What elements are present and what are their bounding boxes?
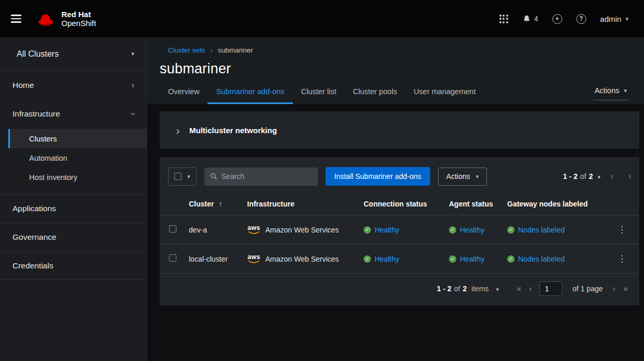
tab-submariner-add-ons[interactable]: Submariner add-ons [208, 83, 292, 104]
nav-label: Credentials [12, 261, 53, 270]
sidebar-item-applications[interactable]: Applications [0, 194, 147, 223]
infrastructure-cell: aws Amazon Web Services [247, 225, 351, 235]
gateway-nodes-link[interactable]: Nodes labeled [518, 255, 565, 263]
previous-page-button[interactable]: ‹ [529, 285, 532, 293]
nav-label: Automation [29, 154, 67, 162]
agent-status-cell: ✓ Healthy [449, 226, 495, 234]
chevron-right-icon: › [132, 81, 134, 89]
tab-user-management[interactable]: User management [405, 83, 484, 104]
page-actions-dropdown[interactable]: Actions ▾ [593, 86, 628, 100]
cluster-name-cell: dev-a [183, 215, 241, 244]
quick-create-button[interactable]: + [552, 14, 562, 24]
chevron-down-icon: › [128, 112, 137, 115]
expand-chevron-right-icon[interactable]: › [173, 125, 183, 136]
pagination-top-menu-toggle[interactable]: 1 - 2of2▾ [563, 172, 600, 180]
sidebar-item-automation[interactable]: Automation [8, 148, 147, 167]
next-page-button[interactable]: › [628, 172, 631, 180]
pagination-bottom-menu-toggle[interactable]: 1 - 2of2 items▾ [437, 285, 499, 293]
infrastructure-subnav: Clusters Automation Host inventory [0, 128, 147, 194]
masthead-toolbar: 4 + ? admin ▾ [499, 14, 644, 24]
main-content: Cluster sets › submariner submariner Ove… [147, 37, 644, 361]
breadcrumb: Cluster sets › submariner [168, 46, 632, 54]
tab-cluster-list[interactable]: Cluster list [293, 83, 345, 104]
select-column-header [160, 193, 183, 215]
cluster-selector-dropdown[interactable]: All Clusters ▾ [0, 37, 147, 71]
search-box [204, 167, 318, 186]
aws-icon: aws [247, 225, 261, 235]
previous-page-button[interactable]: ‹ [611, 172, 613, 180]
app-launcher-grid-icon [499, 15, 508, 23]
gateway-nodes-link[interactable]: Nodes labeled [518, 226, 565, 234]
bulk-select-checkbox[interactable] [174, 173, 182, 180]
bulk-select-dropdown[interactable]: ▾ [168, 167, 197, 186]
table-row: dev-a aws Amazon Web Services [160, 215, 639, 244]
sidebar-item-governance[interactable]: Governance [0, 223, 147, 251]
connection-status-link[interactable]: Healthy [375, 255, 399, 263]
cluster-selector-label: All Clusters [17, 49, 59, 59]
caret-down-icon: ▾ [625, 16, 628, 22]
column-header-infrastructure: Infrastructure [241, 193, 357, 215]
nav-toggle-hamburger-icon[interactable] [11, 15, 21, 23]
sidebar-item-infrastructure[interactable]: Infrastructure › [0, 99, 147, 128]
caret-down-icon: ▾ [598, 174, 601, 180]
column-header-cluster[interactable]: Cluster↑ [183, 193, 241, 215]
current-page-input[interactable] [539, 281, 562, 296]
row-kebab-menu-icon[interactable]: ⋮ [614, 252, 630, 265]
sidebar-item-clusters[interactable]: Clusters [8, 129, 147, 148]
addons-table: Cluster↑ Infrastructure Connection statu… [160, 193, 639, 274]
page-header: Cluster sets › submariner submariner Ove… [147, 37, 644, 104]
nav-label: Infrastructure [12, 109, 60, 119]
connection-status-cell: ✓ Healthy [364, 226, 436, 234]
check-circle-icon: ✓ [449, 226, 456, 234]
sidebar-item-home[interactable]: Home › [0, 71, 147, 99]
user-menu-dropdown[interactable]: admin ▾ [600, 15, 628, 23]
sidebar-item-credentials[interactable]: Credentials [0, 251, 147, 280]
row-checkbox[interactable] [169, 225, 176, 233]
brand-line1: Red Hat [61, 10, 96, 19]
multicluster-networking-card: › Multicluster networking [160, 111, 639, 149]
sidebar-item-host-inventory[interactable]: Host inventory [8, 167, 147, 187]
connection-status-cell: ✓ Healthy [364, 255, 436, 263]
infrastructure-cell: aws Amazon Web Services [247, 254, 351, 264]
agent-status-cell: ✓ Healthy [449, 255, 495, 263]
page-title: submariner [160, 61, 632, 77]
tab-overview[interactable]: Overview [160, 83, 208, 104]
row-checkbox[interactable] [169, 254, 176, 262]
caret-down-icon: ▾ [624, 88, 627, 94]
row-kebab-menu-icon[interactable]: ⋮ [614, 223, 630, 236]
check-circle-icon: ✓ [507, 226, 514, 234]
caret-down-icon: ▾ [496, 286, 499, 292]
notifications-button[interactable]: 4 [522, 15, 538, 23]
toolbar-actions-dropdown[interactable]: Actions ▾ [438, 167, 487, 186]
caret-down-icon: ▾ [131, 51, 134, 57]
masthead: Red Hat OpenShift 4 + ? admin ▾ [0, 0, 644, 37]
table-row: local-cluster aws Amazon Web Services [160, 244, 639, 274]
nav-label: Governance [12, 233, 56, 242]
search-input[interactable] [222, 172, 312, 180]
gateway-nodes-cell: ✓ Nodes labeled [507, 226, 601, 234]
agent-status-link[interactable]: Healthy [460, 226, 484, 234]
check-circle-icon: ✓ [449, 255, 456, 263]
actions-column-header [608, 193, 639, 215]
column-header-connection-status: Connection status [357, 193, 443, 215]
nav-label: Home [12, 81, 34, 90]
multicluster-networking-title: Multicluster networking [189, 126, 277, 135]
brand-text: Red Hat OpenShift [61, 10, 96, 28]
cluster-name-cell: local-cluster [183, 244, 241, 274]
bell-icon [522, 15, 531, 23]
next-page-button[interactable]: › [613, 285, 615, 293]
nav-list: Home › Infrastructure › Clusters Automat… [0, 71, 147, 280]
install-submariner-addons-button[interactable]: Install Submariner add-ons [326, 167, 430, 186]
help-button[interactable]: ? [576, 14, 586, 24]
first-page-button[interactable]: « [517, 285, 521, 293]
red-hat-fedora-icon [35, 11, 56, 27]
submariner-addons-card: ▾ Install Submariner add-ons Actions ▾ [160, 157, 639, 305]
agent-status-link[interactable]: Healthy [460, 255, 484, 263]
caret-down-icon: ▾ [187, 174, 190, 179]
tab-cluster-pools[interactable]: Cluster pools [345, 83, 406, 104]
connection-status-link[interactable]: Healthy [375, 226, 399, 234]
breadcrumb-link-cluster-sets[interactable]: Cluster sets [168, 46, 205, 54]
gateway-nodes-cell: ✓ Nodes labeled [507, 255, 601, 263]
app-launcher-button[interactable] [499, 15, 508, 23]
last-page-button[interactable]: » [623, 285, 628, 293]
